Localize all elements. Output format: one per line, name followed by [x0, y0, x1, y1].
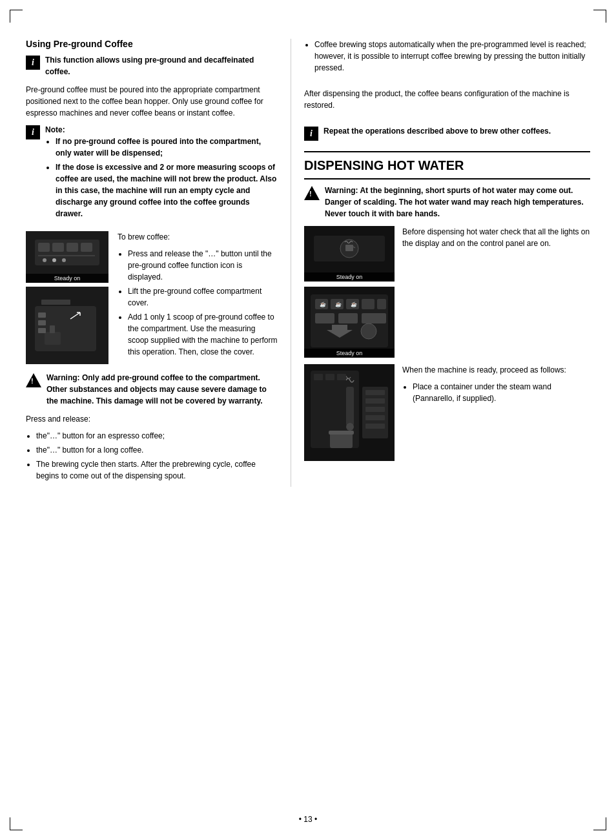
page: Using Pre-ground Coffee i This function …	[0, 0, 616, 840]
svg-point-9	[62, 258, 66, 262]
svg-text:☕: ☕	[320, 301, 326, 307]
to-brew-label: To brew coffee:	[118, 231, 278, 243]
press-step-3: The brewing cycle then starts. After the…	[36, 458, 278, 482]
ready-steps-list: Place a container under the steam wand (…	[413, 381, 590, 404]
svg-rect-34	[338, 313, 358, 323]
warning-text-2-bold: Warning: At the beginning, short spurts …	[325, 186, 584, 218]
note-item-1-text: If no pre-ground coffee is poured into t…	[56, 137, 261, 158]
brew-steps-content: To brew coffee: Press and release the "……	[118, 231, 278, 363]
steam-wand-text: When the machine is ready, proceed as fo…	[402, 364, 590, 461]
svg-rect-12	[41, 300, 70, 305]
svg-text:☕: ☕	[351, 301, 357, 307]
left-column: Using Pre-ground Coffee i This function …	[26, 39, 278, 487]
svg-rect-46	[314, 374, 323, 380]
svg-point-43	[346, 423, 354, 431]
warning-text-2: Warning: At the beginning, short spurts …	[325, 185, 590, 220]
svg-rect-45	[329, 431, 354, 435]
dispensing-section: DISPENSING HOT WATER Warning: At the beg…	[304, 151, 590, 461]
display-steady-on-image: Steady on	[304, 226, 395, 282]
dispensing-text-column: Before dispensing hot water check that a…	[402, 226, 590, 358]
section-divider	[304, 178, 590, 179]
intro-paragraph: Pre-ground coffee must be poured into th…	[26, 84, 278, 119]
svg-rect-32	[377, 299, 386, 309]
svg-rect-4	[67, 243, 78, 252]
note-item-2-text: If the dose is excessive and 2 or more m…	[56, 163, 276, 218]
note-icon: i	[26, 125, 40, 139]
dispensing-title: DISPENSING HOT WATER	[304, 158, 590, 173]
svg-rect-5	[81, 243, 92, 252]
svg-rect-14	[50, 325, 55, 333]
svg-rect-52	[365, 407, 385, 412]
info-icon-2: i	[304, 127, 318, 141]
brew-step-1: Press and release the "…" button until t…	[128, 248, 278, 283]
panel-steady-on-image: ☕ ☕ ☕ Steady on	[304, 287, 395, 358]
svg-rect-53	[365, 415, 385, 420]
panel-svg: ☕ ☕ ☕	[307, 291, 391, 353]
svg-point-36	[361, 323, 376, 339]
note-item-2: If the dose is excessive and 2 or more m…	[56, 161, 278, 220]
machine-compartment-image	[26, 287, 108, 364]
svg-rect-15	[38, 312, 46, 318]
note-list: If no pre-ground coffee is poured into t…	[56, 136, 278, 220]
press-release-label: Press and release:	[26, 413, 278, 425]
page-number: • 13 •	[299, 815, 317, 824]
corner-mark-bl	[10, 817, 23, 830]
svg-point-8	[52, 258, 56, 262]
brew-step-2: Lift the pre-ground coffee compartment c…	[128, 285, 278, 309]
section-title-preground: Using Pre-ground Coffee	[26, 39, 278, 49]
press-step-1: the"…" button for an espresso coffee;	[36, 430, 278, 442]
brew-step-3: Add 1 only 1 scoop of pre-ground coffee …	[128, 311, 278, 358]
svg-rect-13	[45, 332, 61, 345]
upper-bullet-1: Coffee brewing stops automatically when …	[314, 39, 590, 74]
warning-text-1-bold: Warning: Only add pre-ground coffee to t…	[46, 373, 267, 405]
press-steps-list: the"…" button for an espresso coffee; th…	[36, 430, 278, 482]
svg-rect-24	[345, 245, 353, 251]
svg-rect-35	[362, 313, 386, 323]
right-column: Coffee brewing stops automatically when …	[291, 39, 590, 487]
steady-on-label-panel: Steady on	[304, 349, 395, 358]
info-text-1: This function allows using pre-ground an…	[45, 54, 278, 77]
svg-rect-47	[325, 374, 334, 380]
left-images: Steady on	[26, 231, 110, 368]
note-box: i Note: If no pre-ground coffee is poure…	[26, 124, 278, 225]
machine-display-image: Steady on	[26, 231, 108, 283]
before-dispensing-text: Before dispensing hot water check that a…	[402, 226, 590, 249]
warning-icon-2	[304, 186, 320, 200]
svg-rect-3	[52, 243, 64, 252]
warning-text-1: Warning: Only add pre-ground coffee to t…	[46, 372, 278, 407]
note-content: Note: If no pre-ground coffee is poured …	[45, 124, 278, 225]
svg-rect-17	[38, 328, 46, 333]
svg-rect-50	[365, 390, 385, 395]
svg-rect-48	[337, 374, 346, 380]
svg-rect-31	[362, 299, 375, 309]
steam-wand-section: When the machine is ready, proceed as fo…	[304, 364, 590, 461]
brew-steps-list: Press and release the "…" button until t…	[128, 248, 278, 358]
brew-section: Steady on	[26, 231, 278, 372]
warning-box-2: Warning: At the beginning, short spurts …	[304, 185, 590, 220]
info-text-1-bold: This function allows using pre-ground an…	[45, 56, 254, 76]
corner-mark-tl	[10, 10, 23, 23]
upper-bullets-list: Coffee brewing stops automatically when …	[314, 39, 590, 74]
warning-icon-1	[26, 373, 41, 387]
warning-box-1: Warning: Only add pre-ground coffee to t…	[26, 372, 278, 407]
right-upper-section: Coffee brewing stops automatically when …	[304, 39, 590, 141]
note-item-1: If no pre-ground coffee is poured into t…	[56, 136, 278, 159]
svg-rect-42	[346, 387, 354, 425]
info-text-2-bold: Repeat the operations described above to…	[323, 127, 551, 136]
info-icon-1: i	[26, 56, 40, 70]
upper-bullet-2: After dispensing the product, the coffee…	[304, 88, 590, 111]
svg-rect-51	[365, 398, 385, 404]
steady-on-label-display: Steady on	[304, 272, 395, 282]
machine-compartment-svg	[32, 293, 103, 358]
svg-rect-16	[38, 320, 46, 325]
display-svg	[307, 230, 391, 277]
svg-text:☕: ☕	[335, 301, 342, 307]
press-step-2: the"…" button for a long coffee.	[36, 444, 278, 456]
svg-rect-2	[38, 243, 50, 252]
steam-wand-svg	[307, 367, 391, 458]
dispensing-img-column: Steady on	[304, 226, 395, 358]
dispensing-images-row: Steady on	[304, 226, 590, 358]
svg-rect-33	[315, 313, 334, 323]
note-label: Note:	[45, 125, 65, 134]
steady-on-label-1: Steady on	[26, 274, 108, 283]
